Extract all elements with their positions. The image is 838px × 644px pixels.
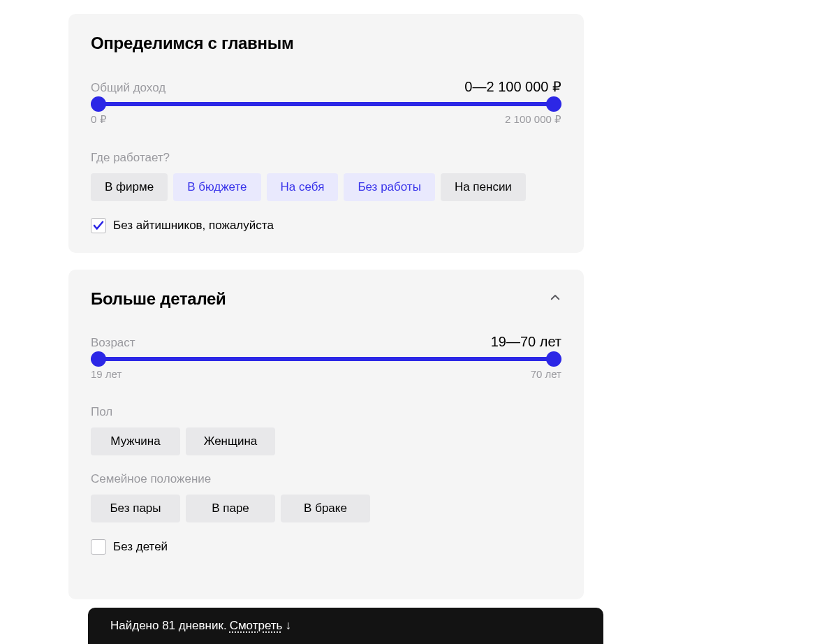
income-row: Общий доход 0—2 100 000 ₽: [91, 78, 561, 95]
age-bounds: 19 лет 70 лет: [91, 368, 561, 380]
no-kids-checkbox-row[interactable]: Без детей: [91, 539, 561, 555]
details-card-header: Больше деталей: [91, 289, 561, 309]
age-slider[interactable]: [91, 357, 561, 361]
main-card-header: Определимся с главным: [91, 34, 561, 53]
work-chip-unemployed[interactable]: Без работы: [344, 173, 435, 201]
work-chip-retired[interactable]: На пенсии: [441, 173, 526, 201]
main-card: Определимся с главным Общий доход 0—2 10…: [68, 14, 584, 253]
income-value: 0—2 100 000 ₽: [464, 78, 561, 95]
details-title: Больше деталей: [91, 289, 226, 309]
no-kids-label: Без детей: [113, 540, 168, 554]
no-it-label: Без айтишников, пожалуйста: [113, 219, 274, 233]
marital-chip-partnered[interactable]: В паре: [186, 495, 275, 522]
details-card: Больше деталей Возраст 19—70 лет 19 лет …: [68, 270, 584, 599]
results-footer: Найдено 81 дневник. Смотреть↓: [88, 608, 603, 616]
income-max-label: 2 100 000 ₽: [505, 113, 561, 126]
marital-chip-married[interactable]: В браке: [281, 495, 370, 522]
income-min-label: 0 ₽: [91, 113, 107, 126]
work-chip-self[interactable]: На себя: [267, 173, 339, 201]
age-row: Возраст 19—70 лет: [91, 334, 561, 350]
marital-chips: Без пары В паре В браке: [91, 495, 561, 522]
no-kids-checkbox[interactable]: [91, 539, 106, 555]
no-it-checkbox-row[interactable]: Без айтишников, пожалуйста: [91, 218, 561, 233]
age-slider-handle-min[interactable]: [91, 351, 106, 367]
marital-chip-single[interactable]: Без пары: [91, 495, 180, 522]
work-chip-budget[interactable]: В бюджете: [173, 173, 260, 201]
income-bounds: 0 ₽ 2 100 000 ₽: [91, 113, 561, 126]
work-question: Где работает?: [91, 151, 561, 165]
gender-chip-female[interactable]: Женщина: [186, 427, 275, 455]
age-slider-track: [91, 357, 561, 361]
work-chip-company[interactable]: В фирме: [91, 173, 168, 201]
gender-chips: Мужчина Женщина: [91, 427, 561, 455]
gender-chip-male[interactable]: Мужчина: [91, 427, 180, 455]
age-min-label: 19 лет: [91, 368, 122, 380]
age-value: 19—70 лет: [491, 334, 561, 350]
income-slider-track: [91, 102, 561, 106]
gender-label: Пол: [91, 405, 561, 419]
check-icon: [92, 219, 105, 232]
no-it-checkbox[interactable]: [91, 218, 106, 233]
chevron-up-icon[interactable]: [549, 291, 561, 307]
income-label: Общий доход: [91, 81, 166, 95]
marital-label: Семейное положение: [91, 472, 561, 486]
work-chips: В фирме В бюджете На себя Без работы На …: [91, 173, 561, 201]
income-slider[interactable]: [91, 102, 561, 106]
age-max-label: 70 лет: [531, 368, 561, 380]
age-slider-handle-max[interactable]: [546, 351, 561, 367]
income-slider-handle-min[interactable]: [91, 96, 106, 112]
income-slider-handle-max[interactable]: [546, 96, 561, 112]
age-label: Возраст: [91, 336, 135, 350]
main-title: Определимся с главным: [91, 34, 293, 53]
